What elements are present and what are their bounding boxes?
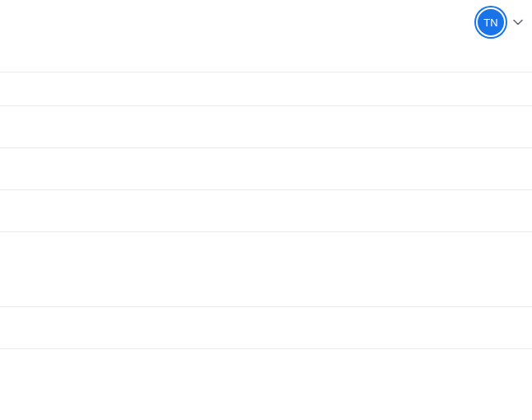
list-item[interactable] <box>0 106 532 148</box>
user-avatar[interactable]: TN <box>476 7 506 37</box>
list-item[interactable] <box>0 232 532 307</box>
list-item[interactable] <box>0 148 532 190</box>
chevron-down-icon <box>513 19 523 26</box>
list-item[interactable] <box>0 72 532 106</box>
list-item[interactable] <box>0 190 532 232</box>
avatar-initials: TN <box>483 16 497 29</box>
header: TN <box>476 0 532 44</box>
list-item[interactable] <box>0 307 532 349</box>
content-list <box>0 72 532 349</box>
account-dropdown-toggle[interactable] <box>512 16 524 28</box>
